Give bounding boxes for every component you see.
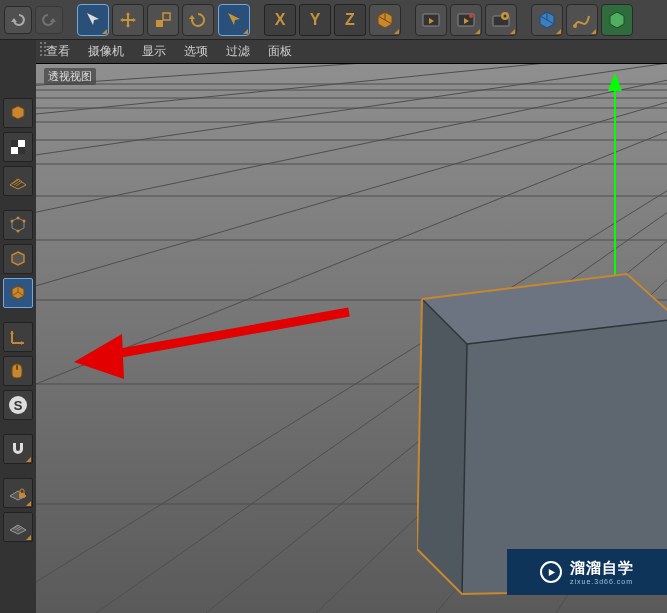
perspective-viewport[interactable]: 透视视图 溜溜自学 z [36, 64, 667, 613]
svg-point-6 [469, 14, 473, 18]
coord-system-button[interactable] [369, 4, 401, 36]
create-group [531, 4, 633, 36]
render-view-button[interactable] [415, 4, 447, 36]
watermark-badge: 溜溜自学 zixue.3d66.com [507, 549, 667, 595]
move-button[interactable] [112, 4, 144, 36]
snap-button[interactable] [3, 434, 33, 464]
left-toolbar: S [0, 40, 36, 613]
y-axis-button[interactable]: Y [299, 4, 331, 36]
history-group [4, 6, 63, 34]
svg-rect-20 [19, 493, 25, 498]
svg-marker-49 [417, 299, 467, 594]
polygons-mode-button[interactable] [3, 278, 33, 308]
svg-rect-1 [163, 13, 170, 20]
menu-display[interactable]: 显示 [142, 43, 166, 60]
lasso-select-button[interactable] [218, 4, 250, 36]
svg-rect-0 [156, 20, 163, 27]
tweak-mode-button[interactable] [3, 356, 33, 386]
workplane-mode-button[interactable] [3, 166, 33, 196]
scene-cube-object[interactable] [417, 259, 667, 599]
svg-point-15 [17, 217, 20, 220]
points-mode-button[interactable] [3, 210, 33, 240]
transform-group [77, 4, 214, 36]
svg-point-16 [23, 220, 26, 223]
workplane-button[interactable] [3, 512, 33, 542]
svg-point-17 [11, 220, 14, 223]
svg-line-44 [36, 64, 667, 134]
svg-marker-55 [548, 568, 554, 575]
viewport-label: 透视视图 [44, 68, 96, 85]
play-icon [540, 561, 562, 583]
add-primitive-button[interactable] [531, 4, 563, 36]
menu-grip-icon [40, 42, 47, 62]
menu-panel[interactable]: 面板 [268, 43, 292, 60]
render-picture-button[interactable] [450, 4, 482, 36]
svg-point-9 [504, 14, 507, 17]
axis-lock-group: X Y Z [264, 4, 401, 36]
add-generator-button[interactable] [601, 4, 633, 36]
viewport-menubar: 查看 摄像机 显示 选项 过滤 面板 [0, 40, 667, 64]
menu-camera[interactable]: 摄像机 [88, 43, 124, 60]
svg-line-42 [36, 64, 667, 254]
scale-button[interactable] [147, 4, 179, 36]
soft-select-button[interactable]: S [3, 390, 33, 420]
edges-mode-button[interactable] [3, 244, 33, 274]
menu-filter[interactable]: 过滤 [226, 43, 250, 60]
undo-button[interactable] [4, 6, 32, 34]
svg-point-10 [573, 24, 577, 28]
menu-view[interactable]: 查看 [46, 43, 70, 60]
render-group [415, 4, 517, 36]
live-select-button[interactable] [77, 4, 109, 36]
object-mode-button[interactable] [3, 98, 33, 128]
svg-point-18 [17, 230, 20, 233]
add-spline-button[interactable] [566, 4, 598, 36]
top-toolbar: X Y Z [0, 0, 667, 40]
svg-marker-46 [608, 73, 622, 91]
menu-options[interactable]: 选项 [184, 43, 208, 60]
workplane-lock-button[interactable] [3, 478, 33, 508]
app-window: X Y Z 查看 摄像机 显示 选项 过滤 面板 [0, 0, 667, 613]
rotate-button[interactable] [182, 4, 214, 36]
z-axis-button[interactable]: Z [334, 4, 366, 36]
render-settings-button[interactable] [485, 4, 517, 36]
svg-rect-19 [16, 365, 18, 370]
texture-mode-button[interactable] [3, 132, 33, 162]
svg-line-45 [36, 64, 667, 99]
svg-rect-14 [18, 147, 25, 154]
watermark-url: zixue.3d66.com [570, 578, 634, 585]
x-axis-button[interactable]: X [264, 4, 296, 36]
watermark-title: 溜溜自学 [570, 559, 634, 576]
select-group [218, 4, 250, 36]
redo-button[interactable] [35, 6, 63, 34]
svg-rect-13 [11, 140, 18, 147]
enable-axis-button[interactable] [3, 322, 33, 352]
